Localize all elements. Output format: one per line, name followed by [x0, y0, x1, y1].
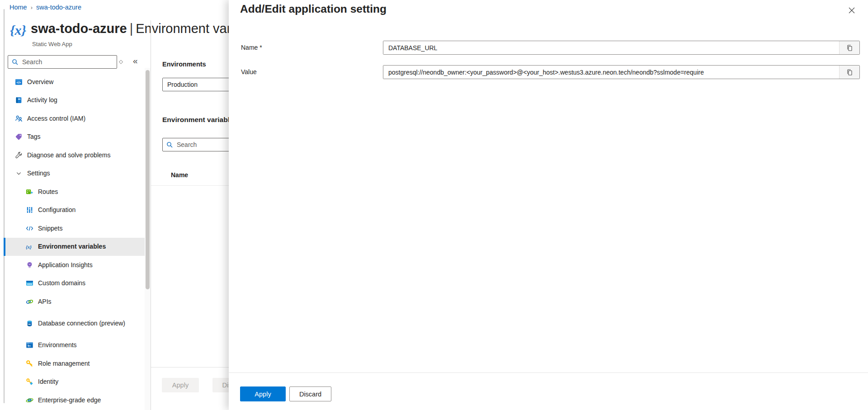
sidebar-item-label: Configuration: [38, 206, 75, 214]
sidebar-item-application-insights[interactable]: Application Insights: [4, 256, 145, 274]
sidebar-item-label: Overview: [27, 78, 53, 86]
resource-name: swa-todo-azure: [31, 21, 127, 36]
sidebar-item-label: Role management: [38, 360, 90, 368]
sidebar-item-label: Tags: [27, 133, 41, 141]
sidebar-item-custom-domains[interactable]: www Custom domains: [4, 274, 145, 293]
sidebar-item-enterprise-grade-edge[interactable]: Enterprise-grade edge: [4, 391, 145, 410]
name-field-label: Name *: [241, 44, 262, 51]
sidebar-item-configuration[interactable]: Configuration: [4, 201, 145, 220]
role-management-icon: [26, 360, 33, 368]
overview-icon: </>: [15, 78, 23, 86]
sidebar-item-label: Snippets: [38, 225, 62, 233]
enterprise-grade-edge-icon: [26, 396, 33, 404]
svg-text:</>: </>: [17, 81, 21, 84]
sidebar-item-environment-variables[interactable]: {x} Environment variables: [4, 238, 145, 256]
double-chevron-left-icon[interactable]: «: [133, 56, 138, 66]
title-separator: |: [127, 21, 136, 36]
sidebar-item-label: Diagnose and solve problems: [27, 151, 110, 160]
value-field-label: Value: [241, 68, 257, 75]
sidebar-search-input[interactable]: [21, 58, 113, 66]
sidebar-item-tags[interactable]: Tags: [4, 128, 145, 146]
diamond-icon[interactable]: [118, 58, 123, 66]
svg-text:{x}: {x}: [26, 244, 32, 250]
blade-footer-divider: [151, 367, 229, 368]
curly-x-icon: {x}: [10, 23, 26, 38]
breadcrumb: Home › swa-todo-azure: [9, 4, 81, 11]
add-edit-setting-panel: Add/Edit application setting Name * Valu…: [229, 0, 868, 410]
copy-icon: [846, 44, 853, 52]
panel-discard-button[interactable]: Discard: [289, 386, 331, 401]
panel-title: Add/Edit application setting: [240, 3, 387, 15]
application-insights-icon: [26, 261, 33, 269]
sidebar-scrollbar-thumb[interactable]: [146, 70, 150, 289]
sidebar-item-environments[interactable]: Environments: [4, 336, 145, 355]
identity-icon: [26, 378, 33, 386]
routes-icon: [26, 188, 33, 196]
svg-text:DB: DB: [28, 324, 31, 325]
environments-label: Environments: [162, 61, 206, 68]
sidebar-item-access-control[interactable]: Access control (IAM): [4, 109, 145, 128]
name-field-input[interactable]: [383, 41, 839, 54]
sidebar-item-activity-log[interactable]: Activity log: [4, 91, 145, 110]
sidebar-item-diagnose[interactable]: Diagnose and solve problems: [4, 146, 145, 165]
sidebar-item-label: Routes: [38, 188, 58, 196]
sidebar-item-snippets[interactable]: Snippets: [4, 219, 145, 238]
chevron-down-icon: [15, 170, 23, 177]
custom-domains-icon: www: [26, 279, 33, 287]
value-field-input[interactable]: [383, 66, 839, 79]
panel-footer-divider: [229, 372, 868, 373]
sidebar-menu: </> Overview Activity log Access control…: [4, 73, 145, 410]
copy-name-button[interactable]: [839, 41, 859, 54]
table-header-divider: [151, 185, 229, 186]
breadcrumb-current-link[interactable]: swa-todo-azure: [36, 4, 81, 11]
close-icon: [848, 6, 856, 14]
sidebar-item-label: Application Insights: [38, 261, 93, 269]
sidebar-item-label: Identity: [38, 378, 58, 386]
sidebar-item-label: Custom domains: [38, 279, 85, 287]
sidebar-item-label: APIs: [38, 298, 52, 306]
breadcrumb-separator-icon: ›: [31, 4, 33, 11]
sidebar-item-label: Activity log: [27, 96, 57, 104]
table-column-name: Name: [171, 171, 188, 179]
diagnose-icon: [15, 151, 23, 159]
sidebar-item-database-connection[interactable]: DB Database connection (preview): [4, 311, 145, 336]
sidebar-item-settings-group[interactable]: Settings: [4, 165, 145, 183]
configuration-icon: [26, 206, 33, 214]
sidebar-item-label: Enterprise-grade edge: [38, 396, 101, 405]
environment-dropdown-value: Production: [167, 81, 198, 88]
copy-icon: [846, 69, 853, 76]
close-button[interactable]: [847, 5, 857, 15]
environment-variables-icon: {x}: [26, 243, 33, 250]
value-field-group: [383, 65, 860, 79]
tags-icon: [15, 133, 23, 141]
sidebar-item-role-management[interactable]: Role management: [4, 354, 145, 373]
blade-divider: [151, 20, 151, 410]
sidebar-item-routes[interactable]: Routes: [4, 183, 145, 201]
name-field-group: [383, 41, 860, 55]
sidebar-item-label: Environment variables: [38, 243, 106, 251]
access-control-icon: [15, 115, 23, 123]
apply-button-disabled[interactable]: Apply: [162, 378, 199, 392]
selected-indicator: [4, 238, 5, 256]
panel-apply-button[interactable]: Apply: [240, 386, 286, 401]
sidebar-item-label: Database connection (preview): [38, 320, 125, 328]
copy-value-button[interactable]: [839, 66, 859, 79]
sidebar-item-overview[interactable]: </> Overview: [4, 73, 145, 91]
section-title: Environment variables: [162, 116, 237, 124]
search-icon: [12, 59, 18, 65]
activity-log-icon: [15, 96, 23, 104]
svg-text:www: www: [27, 283, 32, 285]
apis-icon: [26, 298, 33, 306]
database-connection-icon: DB: [26, 320, 33, 327]
sidebar-item-identity[interactable]: Identity: [4, 373, 145, 391]
environments-icon: [26, 341, 33, 349]
sidebar-search: [8, 55, 117, 69]
breadcrumb-home-link[interactable]: Home: [9, 4, 27, 11]
sidebar-item-label: Environments: [38, 341, 77, 349]
sidebar-item-label: Settings: [27, 170, 50, 178]
resource-type-label: Static Web App: [32, 41, 72, 47]
sidebar-item-apis[interactable]: APIs: [4, 292, 145, 311]
search-icon: [166, 141, 173, 148]
snippets-icon: [26, 225, 33, 232]
sidebar-item-label: Access control (IAM): [27, 115, 85, 123]
